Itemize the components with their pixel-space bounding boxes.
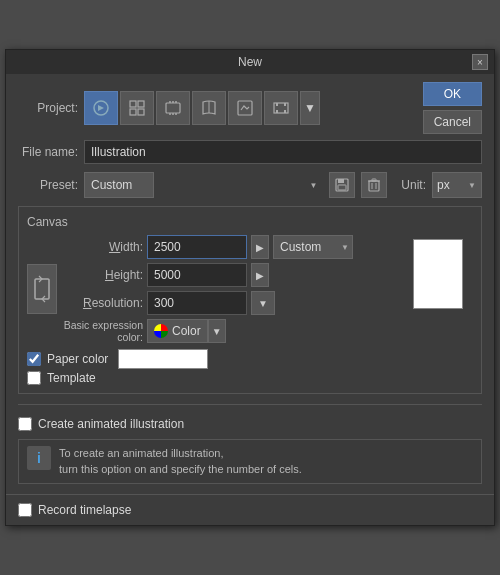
paper-color-swatch[interactable] <box>118 349 208 369</box>
resolution-dropdown-button[interactable]: ▼ <box>251 291 275 315</box>
canvas-main: Width: ▶ Custom Height: ▶ <box>27 235 473 343</box>
width-label: Width: <box>63 240 143 254</box>
record-label[interactable]: Record timelapse <box>38 503 131 517</box>
record-checkbox[interactable] <box>18 503 32 517</box>
file-name-row: File name: <box>18 140 482 164</box>
height-row: Height: ▶ <box>63 263 397 287</box>
info-box: i To create an animated illustration, tu… <box>18 439 482 484</box>
preset-label: Preset: <box>18 178 78 192</box>
width-input[interactable] <box>147 235 247 259</box>
preset-save-button[interactable] <box>329 172 355 198</box>
project-icon-book[interactable] <box>192 91 226 125</box>
project-icon-illustration[interactable] <box>84 91 118 125</box>
unit-select-wrapper: px mm cm in <box>432 172 482 198</box>
color-selector-button[interactable]: Color <box>147 319 208 343</box>
paper-color-checkbox[interactable] <box>27 352 41 366</box>
canvas-size-select-wrapper: Custom <box>273 235 353 259</box>
template-checkbox[interactable] <box>27 371 41 385</box>
info-text: To create an animated illustration, turn… <box>59 446 302 477</box>
canvas-fields: Width: ▶ Custom Height: ▶ <box>63 235 397 343</box>
svg-rect-2 <box>138 101 144 107</box>
unit-select[interactable]: px mm cm in <box>432 172 482 198</box>
canvas-section: Canvas Width: <box>18 206 482 394</box>
title-bar: New × <box>6 50 494 74</box>
color-button-group: Color ▼ <box>147 319 226 343</box>
file-name-input[interactable] <box>84 140 482 164</box>
project-icon-animation[interactable] <box>156 91 190 125</box>
width-row: Width: ▶ Custom <box>63 235 397 259</box>
height-input[interactable] <box>147 263 247 287</box>
graphic-svg <box>236 99 254 117</box>
book-svg <box>200 99 218 117</box>
film-svg <box>272 99 290 117</box>
svg-rect-24 <box>372 179 376 181</box>
paper-color-row: Paper color <box>27 349 473 369</box>
svg-rect-22 <box>369 181 379 191</box>
color-row: Basic expression color: Color ▼ <box>63 319 397 343</box>
record-section: Record timelapse <box>6 494 494 525</box>
dialog-title: New <box>238 55 262 69</box>
color-dropdown-button[interactable]: ▼ <box>208 319 226 343</box>
width-arrow-button[interactable]: ▶ <box>251 235 269 259</box>
project-label: Project: <box>18 101 78 115</box>
close-button[interactable]: × <box>472 54 488 70</box>
height-label: Height: <box>63 268 143 282</box>
separator-1 <box>18 404 482 405</box>
svg-rect-18 <box>284 110 286 113</box>
preset-delete-button[interactable] <box>361 172 387 198</box>
canvas-rotate-area <box>27 235 57 343</box>
template-row: Template <box>27 371 473 385</box>
unit-label: Unit: <box>401 178 426 192</box>
project-row: Project: <box>18 82 482 134</box>
resolution-input[interactable] <box>147 291 247 315</box>
canvas-preview <box>403 235 473 343</box>
rotate-button[interactable] <box>27 264 57 314</box>
resolution-label: Resolution: <box>63 296 143 310</box>
file-name-label: File name: <box>18 145 78 159</box>
color-circle-icon <box>154 324 168 338</box>
height-arrow-button[interactable]: ▶ <box>251 263 269 287</box>
svg-rect-5 <box>166 103 180 113</box>
animation-svg <box>164 99 182 117</box>
svg-rect-13 <box>238 101 252 115</box>
preset-select-wrapper: Custom <box>84 172 323 198</box>
color-label: Basic expression color: <box>63 319 143 343</box>
preset-select[interactable]: Custom <box>84 172 154 198</box>
svg-rect-21 <box>338 185 346 190</box>
dialog-body: Project: <box>6 74 494 492</box>
svg-rect-27 <box>35 279 49 299</box>
ok-button[interactable]: OK <box>423 82 482 106</box>
rotate-icon-svg <box>32 274 52 304</box>
project-dropdown-button[interactable]: ▼ <box>300 91 320 125</box>
animated-label[interactable]: Create animated illustration <box>38 417 184 431</box>
trash-icon <box>368 178 380 192</box>
save-icon <box>335 178 349 192</box>
project-icon-comic[interactable] <box>120 91 154 125</box>
comic-svg <box>128 99 146 117</box>
canvas-title: Canvas <box>27 215 473 229</box>
canvas-preview-rect <box>413 239 463 309</box>
new-dialog: New × Project: <box>5 49 495 526</box>
cancel-button[interactable]: Cancel <box>423 110 482 134</box>
svg-rect-3 <box>130 109 136 115</box>
paper-color-label[interactable]: Paper color <box>47 352 108 366</box>
illustration-svg <box>92 99 110 117</box>
svg-rect-4 <box>138 109 144 115</box>
project-icon-graphic[interactable] <box>228 91 262 125</box>
info-icon: i <box>27 446 51 470</box>
canvas-size-select[interactable]: Custom <box>273 235 353 259</box>
ok-cancel-buttons: OK Cancel <box>423 82 482 134</box>
preset-row: Preset: Custom <box>18 172 482 198</box>
svg-rect-20 <box>338 179 344 183</box>
record-row: Record timelapse <box>18 503 482 517</box>
animated-row: Create animated illustration <box>18 417 482 431</box>
resolution-row: Resolution: ▼ <box>63 291 397 315</box>
template-label[interactable]: Template <box>47 371 96 385</box>
project-icon-film[interactable] <box>264 91 298 125</box>
svg-rect-16 <box>284 103 286 106</box>
svg-rect-17 <box>276 110 278 113</box>
svg-rect-1 <box>130 101 136 107</box>
svg-rect-15 <box>276 103 278 106</box>
project-icons: ▼ <box>84 91 409 125</box>
animated-checkbox[interactable] <box>18 417 32 431</box>
